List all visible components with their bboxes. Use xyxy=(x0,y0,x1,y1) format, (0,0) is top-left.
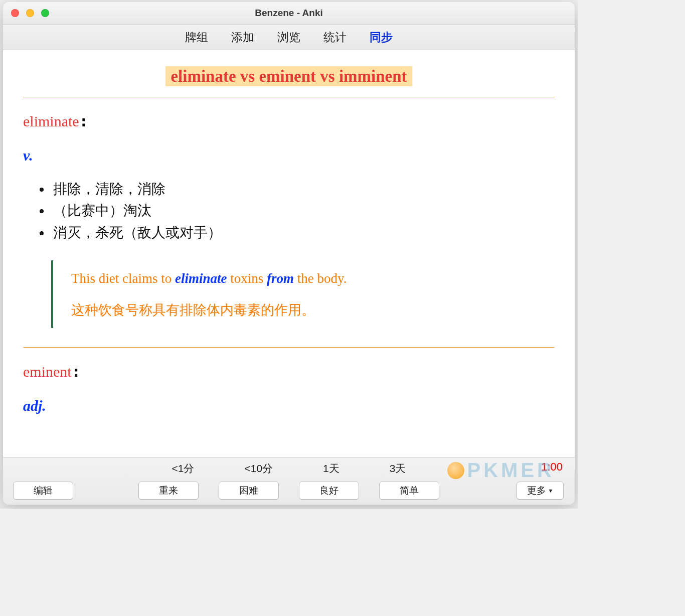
more-button[interactable]: 更多 ▼ xyxy=(517,482,564,500)
top-nav: 牌组 添加 浏览 统计 同步 xyxy=(3,25,575,50)
example-sentence: This diet claims to eliminate toxins fro… xyxy=(71,268,555,289)
nav-decks[interactable]: 牌组 xyxy=(185,30,208,45)
card-title: eliminate vs eminent vs imminent xyxy=(23,67,555,86)
nav-add[interactable]: 添加 xyxy=(231,30,254,45)
hard-button[interactable]: 困难 xyxy=(219,482,279,500)
pos-adj: adj. xyxy=(23,397,555,414)
chevron-down-icon: ▼ xyxy=(548,488,554,494)
interval-row: <1分 <10分 1天 3天 xyxy=(3,461,575,476)
interval-good: 1天 xyxy=(323,461,339,476)
definition-item: 排除，清除，消除 xyxy=(51,178,555,200)
divider xyxy=(23,97,555,97)
example-block: This diet claims to eliminate toxins fro… xyxy=(51,260,555,328)
window-title: Benzene - Anki xyxy=(3,8,575,19)
definition-item: （比赛中）淘汰 xyxy=(51,200,555,221)
definitions-list: 排除，清除，消除 （比赛中）淘汰 消灭，杀死（敌人或对手） xyxy=(28,178,555,243)
close-icon[interactable] xyxy=(11,9,19,17)
word-eminent: eminent: xyxy=(23,363,555,380)
interval-hard: <10分 xyxy=(244,461,273,476)
zoom-icon[interactable] xyxy=(41,9,49,17)
example-translation: 这种饮食号称具有排除体内毒素的作用。 xyxy=(71,300,555,321)
interval-again: <1分 xyxy=(172,461,195,476)
card-area: eliminate vs eminent vs imminent elimina… xyxy=(3,50,575,457)
word-eliminate: eliminate: xyxy=(23,112,555,130)
card-scroll[interactable]: eliminate vs eminent vs imminent elimina… xyxy=(3,50,575,457)
interval-easy: 3天 xyxy=(390,461,406,476)
definition-item: 消灭，杀死（敌人或对手） xyxy=(51,222,555,243)
divider xyxy=(23,347,555,348)
edit-button[interactable]: 编辑 xyxy=(13,482,73,500)
easy-button[interactable]: 简单 xyxy=(379,482,439,500)
answer-bar: <1分 <10分 1天 3天 重来 困难 良好 简单 编辑 更多 ▼ 1:00 … xyxy=(3,457,575,505)
nav-browse[interactable]: 浏览 xyxy=(277,30,300,45)
pos-v: v. xyxy=(23,147,555,164)
nav-sync[interactable]: 同步 xyxy=(370,30,393,45)
nav-stats[interactable]: 统计 xyxy=(323,30,347,45)
minimize-icon[interactable] xyxy=(26,9,34,17)
timer: 1:00 xyxy=(541,460,563,474)
titlebar: Benzene - Anki xyxy=(3,2,575,25)
good-button[interactable]: 良好 xyxy=(299,482,359,500)
again-button[interactable]: 重来 xyxy=(138,482,199,500)
